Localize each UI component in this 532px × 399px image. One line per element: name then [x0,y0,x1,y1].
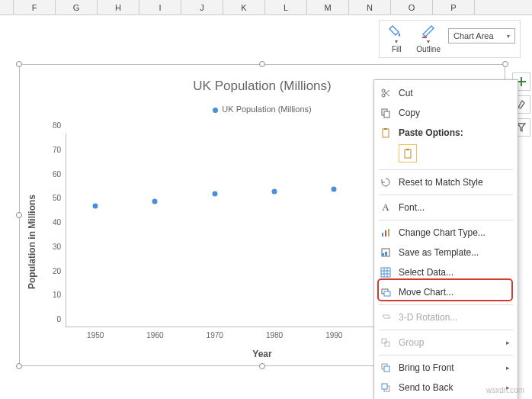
column-header[interactable]: H [98,0,139,14]
svg-rect-19 [381,268,390,277]
reset-icon [380,176,392,188]
menu-select-data[interactable]: Select Data... [374,262,518,282]
scissors-icon [380,87,392,99]
menu-reset-style[interactable]: Reset to Match Style [374,172,518,192]
svg-rect-10 [384,128,387,130]
x-tick-label: 1950 [87,331,104,339]
y-tick-label: 30 [40,242,61,250]
column-header[interactable]: K [223,0,265,14]
move-chart-icon [380,286,392,298]
x-tick-label: 1980 [266,331,283,339]
x-tick-label: 1970 [207,331,223,339]
data-point[interactable] [332,187,337,192]
column-header[interactable]: M [307,0,349,14]
svg-rect-17 [382,253,384,256]
menu-save-template[interactable]: Save as Template... [374,243,518,262]
column-header[interactable]: F [14,0,56,14]
chart-element-selector[interactable]: Chart Area ▾ [448,28,515,43]
menu-paste-options-header: Paste Options: [374,123,518,143]
combo-value: Chart Area [453,31,494,40]
svg-rect-15 [388,229,389,237]
menu-group: Group ▸ [374,333,518,352]
svg-rect-13 [382,233,383,237]
fill-label: Fill [392,45,402,53]
column-headers: FGHIJKLMNOP [0,0,532,15]
context-menu: Cut Copy Paste Options: Reset to Match S… [373,79,518,399]
svg-rect-25 [384,291,390,296]
column-header[interactable]: G [56,0,98,14]
group-icon [380,336,392,349]
svg-rect-11 [405,150,411,158]
svg-rect-12 [406,149,409,150]
resize-handle[interactable] [16,363,22,369]
data-point[interactable] [212,191,217,197]
svg-rect-9 [383,129,389,137]
svg-rect-27 [385,342,389,346]
svg-rect-8 [384,111,389,117]
resize-handle[interactable] [16,61,22,67]
data-point[interactable] [152,198,158,204]
y-axis-label: Population in Millions [27,195,37,289]
outline-button[interactable]: ▾ Outline [412,24,445,53]
x-tick-label: 1990 [325,331,342,339]
submenu-arrow-icon: ▸ [506,339,510,346]
svg-rect-18 [385,252,387,256]
column-header[interactable]: I [139,0,181,14]
save-template-icon [380,246,392,259]
menu-3d-rotation: 3-D Rotation... [374,307,518,327]
data-point[interactable] [93,204,98,209]
send-back-icon [380,381,392,394]
chart-format-toolbar: ▾ Fill ▾ Outline Chart Area ▾ [379,20,521,58]
y-tick-label: 10 [40,291,61,299]
column-header[interactable]: N [349,0,391,14]
y-tick-label: 60 [40,169,61,178]
paste-button[interactable] [399,144,417,162]
y-tick-label: 40 [40,218,61,227]
menu-copy[interactable]: Copy [374,103,518,123]
menu-bring-front[interactable]: Bring to Front ▸ [374,358,518,378]
font-icon: A [380,201,392,214]
watermark: wsxdn.com [486,386,524,394]
y-tick-label: 0 [40,315,61,323]
y-tick-label: 70 [40,145,61,153]
outline-label: Outline [416,45,441,53]
column-header[interactable]: L [265,0,307,14]
copy-icon [380,107,392,119]
data-point[interactable] [272,189,277,195]
y-tick-label: 20 [40,266,61,275]
x-axis-label: Year [252,349,271,359]
resize-handle[interactable] [259,61,265,67]
menu-move-chart[interactable]: Move Chart... [374,282,518,302]
column-header[interactable]: P [433,0,475,14]
submenu-arrow-icon: ▸ [506,364,510,372]
svg-rect-29 [384,366,389,372]
fill-button[interactable]: ▾ Fill [384,24,409,53]
paste-options-row [374,143,518,167]
y-axis-line [66,134,66,327]
select-data-icon [380,266,392,278]
svg-rect-14 [385,230,386,237]
svg-rect-26 [382,339,386,343]
y-tick-label: 50 [40,194,61,202]
resize-handle[interactable] [16,212,22,218]
rotation-icon [380,311,392,323]
x-tick-label: 1960 [146,331,163,339]
bring-front-icon [380,362,392,374]
column-header[interactable]: J [181,0,223,14]
menu-cut[interactable]: Cut [374,83,518,103]
resize-handle[interactable] [502,61,508,67]
menu-change-chart-type[interactable]: Change Chart Type... [374,223,518,243]
legend-text: UK Population (Millions) [222,105,311,114]
menu-font[interactable]: A Font... [374,198,518,217]
svg-rect-31 [382,384,387,389]
chart-type-icon [380,227,392,239]
resize-handle[interactable] [259,363,265,369]
column-header[interactable]: O [391,0,433,14]
clipboard-icon [380,127,392,139]
y-tick-label: 80 [40,121,61,130]
legend-marker [213,108,218,113]
